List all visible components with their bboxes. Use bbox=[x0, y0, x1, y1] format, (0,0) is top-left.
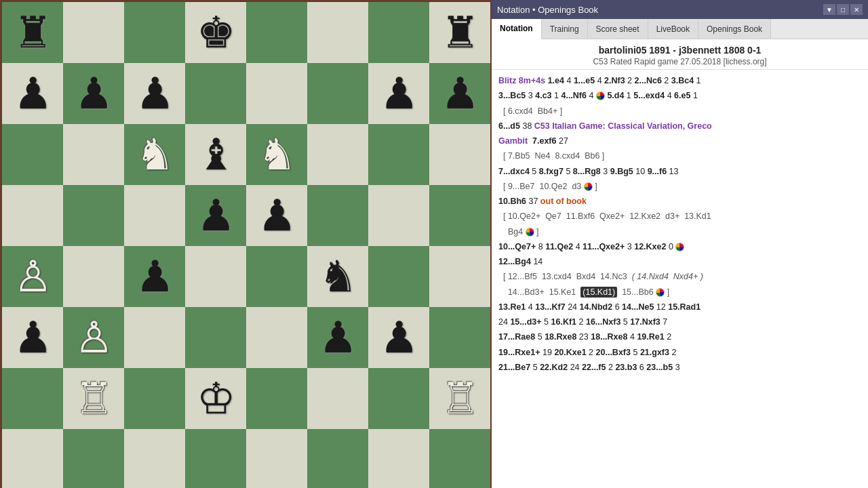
cell-1-8[interactable] bbox=[429, 429, 490, 488]
cell-4-7[interactable] bbox=[368, 246, 429, 307]
tabs-bar: Notation Training Score sheet LiveBook O… bbox=[492, 19, 868, 39]
close-button[interactable]: ✕ bbox=[850, 4, 863, 15]
gambit-line: Gambit 7.exf6 27 bbox=[498, 134, 861, 148]
cell-2-7[interactable] bbox=[368, 368, 429, 429]
cell-1-4[interactable] bbox=[185, 429, 246, 488]
cell-7-7[interactable]: ♟ bbox=[368, 63, 429, 124]
notation-area[interactable]: Blitz 8m+4s 1.e4 4 1...e5 4 2.Nf3 2 2...… bbox=[492, 70, 868, 488]
cell-6-7[interactable] bbox=[368, 124, 429, 185]
cell-6-5[interactable]: ♞ bbox=[246, 124, 307, 185]
piece-3-2: ♙ bbox=[75, 316, 113, 359]
cell-6-8[interactable] bbox=[429, 124, 490, 185]
piece-6-3: ♞ bbox=[136, 133, 174, 176]
cell-8-1[interactable]: ♜ bbox=[2, 2, 63, 63]
cell-1-5[interactable] bbox=[246, 429, 307, 488]
cell-3-3[interactable] bbox=[124, 307, 185, 368]
piece-7-8: ♟ bbox=[441, 72, 479, 115]
cell-1-3[interactable] bbox=[124, 429, 185, 488]
title-bar-controls[interactable]: ▼ □ ✕ bbox=[823, 4, 863, 15]
cell-7-4[interactable] bbox=[185, 63, 246, 124]
maximize-button[interactable]: □ bbox=[837, 4, 849, 15]
cell-2-5[interactable] bbox=[246, 368, 307, 429]
cell-7-3[interactable]: ♟ bbox=[124, 63, 185, 124]
cell-1-1[interactable] bbox=[2, 429, 63, 488]
cell-6-2[interactable] bbox=[63, 124, 124, 185]
cell-4-6[interactable]: ♞ bbox=[307, 246, 368, 307]
piece-8-1: ♜ bbox=[14, 11, 52, 54]
cell-3-8[interactable] bbox=[429, 307, 490, 368]
cell-6-1[interactable] bbox=[2, 124, 63, 185]
cell-6-4[interactable]: ♝ bbox=[185, 124, 246, 185]
cell-7-6[interactable] bbox=[307, 63, 368, 124]
piece-4-1: ♙ bbox=[14, 255, 52, 298]
cell-5-5[interactable]: ♟ bbox=[246, 185, 307, 246]
cell-5-8[interactable] bbox=[429, 185, 490, 246]
cell-2-8[interactable]: ♖ bbox=[429, 368, 490, 429]
black-player: j3bennett bbox=[679, 45, 721, 56]
cell-7-8[interactable]: ♟ bbox=[429, 63, 490, 124]
cell-8-3[interactable] bbox=[124, 2, 185, 63]
variation-7bb5: [ 7.Bb5 Ne4 8.cxd4 Bb6 ] bbox=[498, 149, 861, 163]
cell-8-5[interactable] bbox=[246, 2, 307, 63]
cell-3-4[interactable] bbox=[185, 307, 246, 368]
cell-3-7[interactable]: ♟ bbox=[368, 307, 429, 368]
cell-4-4[interactable] bbox=[185, 246, 246, 307]
piece-2-2: ♖ bbox=[75, 377, 113, 420]
piece-8-4: ♚ bbox=[197, 11, 235, 54]
cell-1-6[interactable] bbox=[307, 429, 368, 488]
tab-training[interactable]: Training bbox=[542, 19, 588, 39]
cell-2-2[interactable]: ♖ bbox=[63, 368, 124, 429]
variation-10qe2: [ 10.Qe2+ Qe7 11.Bxf6 Qxe2+ 12.Kxe2 d3+ … bbox=[498, 209, 861, 224]
piece-2-4: ♔ bbox=[197, 377, 235, 420]
variation-6cxd4: [ 6.cxd4 Bb4+ ] bbox=[498, 104, 861, 119]
cell-2-3[interactable] bbox=[124, 368, 185, 429]
piece-3-7: ♟ bbox=[380, 316, 418, 359]
cell-7-2[interactable]: ♟ bbox=[63, 63, 124, 124]
cell-2-6[interactable] bbox=[307, 368, 368, 429]
cell-5-3[interactable] bbox=[124, 185, 185, 246]
white-player: bartolini05 bbox=[599, 45, 647, 56]
cell-3-1[interactable]: ♟ bbox=[2, 307, 63, 368]
tab-scoresheet[interactable]: Score sheet bbox=[588, 19, 648, 39]
cell-5-7[interactable] bbox=[368, 185, 429, 246]
cell-2-1[interactable] bbox=[2, 368, 63, 429]
cell-6-3[interactable]: ♞ bbox=[124, 124, 185, 185]
cell-5-6[interactable] bbox=[307, 185, 368, 246]
cell-1-2[interactable] bbox=[63, 429, 124, 488]
moves-line-17: 17...Rae8 5 18.Rxe8 23 18...Rxe8 4 19.Re… bbox=[498, 330, 861, 344]
cell-8-2[interactable] bbox=[63, 2, 124, 63]
cell-2-4[interactable]: ♔ bbox=[185, 368, 246, 429]
cell-3-2[interactable]: ♙ bbox=[63, 307, 124, 368]
cell-4-1[interactable]: ♙ bbox=[2, 246, 63, 307]
cell-4-5[interactable] bbox=[246, 246, 307, 307]
cell-5-4[interactable]: ♟ bbox=[185, 185, 246, 246]
cell-8-6[interactable] bbox=[307, 2, 368, 63]
cell-7-5[interactable] bbox=[246, 63, 307, 124]
cell-8-7[interactable] bbox=[368, 2, 429, 63]
blitz-line: Blitz 8m+4s 1.e4 4 1...e5 4 2.Nf3 2 2...… bbox=[498, 74, 861, 88]
cell-1-7[interactable] bbox=[368, 429, 429, 488]
tab-livebook[interactable]: LiveBook bbox=[648, 19, 698, 39]
title-bar-label: Notation • Openings Book bbox=[497, 5, 598, 15]
game-header: bartolini05 1891 - j3bennett 1808 0-1 C5… bbox=[492, 39, 868, 70]
cell-5-1[interactable] bbox=[2, 185, 63, 246]
variation-9be7: [ 9...Be7 10.Qe2 d3 ] bbox=[498, 180, 861, 194]
tab-notation[interactable]: Notation bbox=[492, 19, 542, 39]
piece-7-2: ♟ bbox=[75, 72, 113, 115]
blitz-label: Blitz 8m+4s bbox=[498, 76, 545, 85]
moves-line-2: 3...Bc5 3 4.c3 1 4...Nf6 4 5.d4 1 5...ex… bbox=[498, 89, 861, 103]
cell-7-1[interactable]: ♟ bbox=[2, 63, 63, 124]
minimize-button[interactable]: ▼ bbox=[823, 4, 835, 15]
cell-8-8[interactable]: ♜ bbox=[429, 2, 490, 63]
piece-7-3: ♟ bbox=[136, 72, 174, 115]
cell-4-2[interactable] bbox=[63, 246, 124, 307]
cell-8-4[interactable]: ♚ bbox=[185, 2, 246, 63]
cell-3-5[interactable] bbox=[246, 307, 307, 368]
cell-5-2[interactable] bbox=[63, 185, 124, 246]
cell-3-6[interactable]: ♟ bbox=[307, 307, 368, 368]
cell-4-8[interactable] bbox=[429, 246, 490, 307]
cell-6-6[interactable] bbox=[307, 124, 368, 185]
tab-openingsbook[interactable]: Openings Book bbox=[698, 19, 771, 39]
piece-2-8: ♖ bbox=[441, 377, 479, 420]
cell-4-3[interactable]: ♟ bbox=[124, 246, 185, 307]
